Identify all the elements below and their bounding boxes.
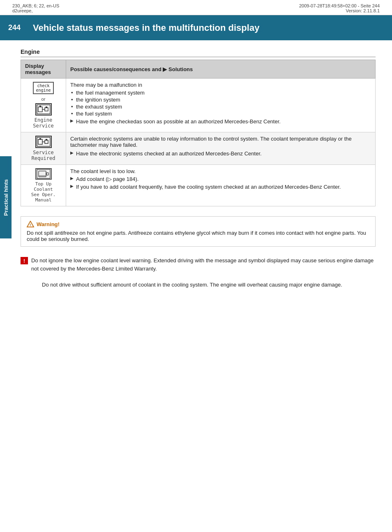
col1-header: Display messages: [21, 60, 66, 79]
table-row: Top Up Coolant See Oper. Manual The cool…: [21, 165, 376, 206]
check-engine-icon: checkengine: [33, 82, 53, 94]
list-item: the exhaust system: [70, 104, 371, 110]
svg-rect-5: [46, 106, 47, 108]
svg-rect-8: [39, 138, 41, 140]
list-item: the ignition system: [70, 97, 371, 103]
svg-rect-4: [45, 108, 48, 111]
row3-icon-cell: Top Up Coolant See Oper. Manual: [21, 165, 66, 206]
title-bar: 244 Vehicle status messages in the multi…: [0, 15, 392, 40]
warning-triangle-icon: !: [27, 221, 34, 227]
svg-rect-11: [46, 139, 47, 141]
row1-icon-cell: checkengine or: [21, 79, 66, 132]
service-required-icon: [35, 136, 52, 148]
row2-content-cell: Certain electronic systems are unable to…: [66, 132, 376, 165]
page-number: 244: [0, 19, 29, 36]
note-main-text: Do not ignore the low engine coolant lev…: [31, 257, 374, 272]
engine-table: Display messages Possible causes/consequ…: [21, 60, 376, 206]
svg-rect-10: [45, 140, 48, 143]
list-item: the fuel management system: [70, 90, 371, 96]
svg-rect-1: [38, 107, 42, 112]
meta-left: 230_AKB; 6; 22, en-US d2ureepe,: [12, 3, 59, 13]
row2-intro: Certain electronic systems are unable to…: [70, 136, 371, 148]
row3-content-cell: The coolant level is too low. Add coolan…: [66, 165, 376, 206]
row1-content-cell: There may be a malfunction in the fuel m…: [66, 79, 376, 132]
coolant-svg: [37, 169, 51, 179]
row1-bullets: the fuel management system the ignition …: [70, 90, 371, 117]
note-icon: !: [21, 257, 28, 264]
note-text: Do not ignore the low engine coolant lev…: [31, 257, 376, 289]
warning-title: ! Warning!: [27, 221, 369, 227]
svg-rect-2: [39, 106, 41, 107]
or-label: or: [25, 97, 62, 102]
content-area: Engine Display messages Possible causes/…: [0, 49, 392, 305]
row3-arrow2: If you have to add coolant frequently, h…: [70, 184, 371, 190]
engine-svg: [37, 104, 51, 114]
list-item: the fuel system: [70, 111, 371, 117]
row2-arrow: Have the electronic systems checked at a…: [70, 150, 371, 157]
svg-rect-14: [39, 175, 46, 176]
section-heading: Engine: [21, 49, 376, 57]
col2-header: Possible causes/consequences and ▶ Solut…: [66, 60, 376, 79]
row1-msg-text: Engine Service: [25, 117, 62, 129]
table-row: Service Required Certain electronic syst…: [21, 132, 376, 165]
meta-right: 2009-07-28T18:49:58+02:00 - Seite 244 Ve…: [299, 3, 380, 13]
page-title: Vehicle status messages in the multifunc…: [29, 23, 259, 33]
meta-header: 230_AKB; 6; 22, en-US d2ureepe, 2009-07-…: [0, 0, 392, 15]
warning-text: Do not spill antifreeze on hot engine pa…: [27, 230, 369, 242]
row1-arrow: Have the engine checkedas soon as possib…: [70, 118, 371, 125]
row1-intro: There may be a malfunction in: [70, 82, 371, 88]
note-box: ! Do not ignore the low engine coolant l…: [21, 253, 376, 292]
warning-box: ! Warning! Do not spill antifreeze on ho…: [21, 216, 376, 247]
coolant-icon: [35, 168, 52, 180]
table-row: checkengine or: [21, 79, 376, 132]
row3-arrow1: Add coolant (▷ page 184).: [70, 176, 371, 182]
table-header-row: Display messages Possible causes/consequ…: [21, 60, 376, 79]
service-svg: [37, 137, 51, 147]
svg-rect-7: [38, 139, 42, 144]
row2-msg-text: Service Required: [25, 150, 62, 161]
svg-text:!: !: [30, 222, 31, 227]
engine-wrench-icon: [35, 103, 52, 116]
sidebar-label: Practical hints: [0, 156, 12, 238]
row2-icon-cell: Service Required: [21, 132, 66, 165]
warning-title-text: Warning!: [37, 221, 60, 227]
row3-msg-text: Top Up Coolant See Oper. Manual: [25, 181, 62, 203]
row3-intro: The coolant level is too low.: [70, 168, 371, 174]
note-sub-text: Do not drive without sufficient amount o…: [31, 281, 376, 289]
